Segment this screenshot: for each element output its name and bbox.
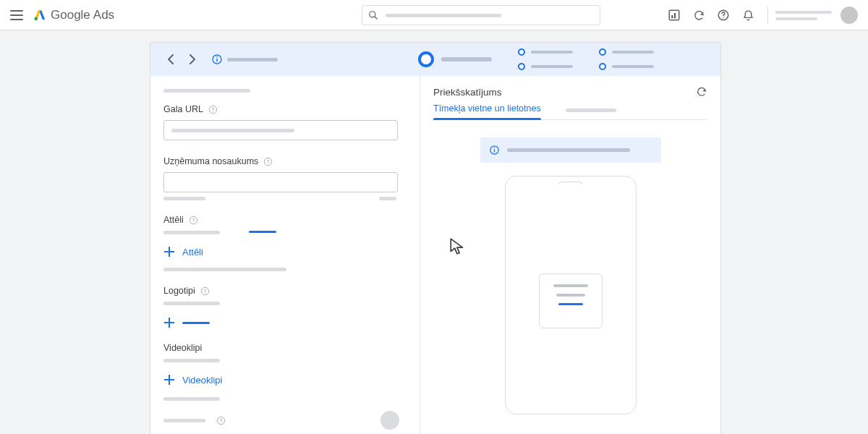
stepper-info <box>211 54 278 65</box>
step-2a[interactable] <box>518 48 573 56</box>
help-icon[interactable]: ? <box>216 416 226 425</box>
add-logos-label <box>182 322 210 324</box>
add-logos-button[interactable] <box>163 317 407 328</box>
help-icon[interactable] <box>711 9 736 22</box>
help-icon[interactable]: ? <box>208 105 218 114</box>
form-heading <box>163 89 250 93</box>
videos-label: Videoklipi <box>163 343 202 353</box>
brand-ads: Ads <box>93 8 114 22</box>
final-url-input[interactable] <box>163 120 398 140</box>
account-label <box>775 11 832 20</box>
top-bar: Google Ads <box>0 0 868 30</box>
misc-line-1 <box>163 397 220 401</box>
info-icon <box>489 145 500 156</box>
forward-button[interactable] <box>185 54 200 64</box>
tab-placeholder[interactable] <box>566 109 616 112</box>
svg-text:?: ? <box>211 107 214 113</box>
add-images-button[interactable]: Attēli <box>163 246 407 258</box>
svg-text:?: ? <box>267 159 270 165</box>
svg-point-7 <box>723 17 724 19</box>
images-note <box>163 268 286 271</box>
svg-line-2 <box>375 17 378 20</box>
search-icon <box>368 10 378 20</box>
svg-point-0 <box>34 17 38 20</box>
svg-text:?: ? <box>220 418 223 424</box>
info-icon <box>211 54 223 65</box>
final-url-label: Gala URL <box>163 104 203 114</box>
plus-icon <box>163 246 175 258</box>
avatar[interactable] <box>841 7 858 24</box>
svg-rect-4 <box>671 15 673 19</box>
search-placeholder <box>386 14 501 17</box>
help-icon[interactable]: ? <box>200 286 210 296</box>
business-name-input[interactable] <box>163 172 398 192</box>
brand-google: Google <box>51 8 90 22</box>
help-icon[interactable]: ? <box>263 157 273 166</box>
phone-speaker <box>559 182 582 184</box>
svg-text:?: ? <box>203 289 206 294</box>
reports-icon[interactable] <box>662 9 686 22</box>
menu-icon[interactable] <box>10 10 23 20</box>
plus-icon <box>163 374 175 386</box>
business-name-label: Uzņēmuma nosaukums <box>163 156 258 166</box>
notifications-icon[interactable] <box>736 9 760 22</box>
plus-icon <box>163 317 175 328</box>
svg-text:?: ? <box>192 218 195 224</box>
add-images-label: Attēli <box>182 247 203 258</box>
step-current[interactable] <box>418 51 492 67</box>
svg-rect-5 <box>674 13 676 19</box>
step-3b[interactable] <box>599 63 654 70</box>
refresh-icon[interactable] <box>686 9 711 22</box>
phone-preview <box>505 176 637 414</box>
logos-helper <box>163 302 220 305</box>
stepper <box>150 43 720 76</box>
step-2b[interactable] <box>518 63 573 70</box>
logos-label: Logotipi <box>163 286 195 296</box>
svg-rect-26 <box>493 148 494 148</box>
videos-helper <box>163 359 220 362</box>
help-icon[interactable]: ? <box>189 216 198 225</box>
ad-preview-card <box>539 273 603 328</box>
tab-websites-apps[interactable]: Tīmekļa vietne un lietotnes <box>433 103 541 119</box>
preview-refresh-button[interactable] <box>696 86 707 98</box>
images-helper <box>163 231 407 234</box>
field-helper <box>163 197 396 200</box>
add-videos-button[interactable]: Videoklipi <box>163 374 407 386</box>
ads-logo-icon <box>33 9 46 22</box>
search-input[interactable] <box>362 5 600 25</box>
form-pane: Gala URL ? Uzņēmuma nosaukums ? Attēli ? <box>150 76 420 434</box>
top-actions <box>662 0 858 30</box>
svg-rect-25 <box>493 149 494 152</box>
back-button[interactable] <box>163 54 178 64</box>
brand: Google Ads <box>33 8 114 22</box>
step-3a[interactable] <box>599 48 654 56</box>
floating-action[interactable] <box>380 411 399 430</box>
svg-rect-10 <box>216 56 217 57</box>
steps <box>418 43 654 76</box>
preview-tabs: Tīmekļa vietne un lietotnes <box>433 103 707 120</box>
svg-rect-9 <box>216 59 217 62</box>
images-label: Attēli <box>163 215 184 225</box>
separator <box>767 7 768 24</box>
preview-pane: Priekšskatījums Tīmekļa vietne un lietot… <box>420 76 720 434</box>
workspace: Gala URL ? Uzņēmuma nosaukums ? Attēli ? <box>150 42 721 434</box>
preview-title: Priekšskatījums <box>433 87 502 98</box>
preview-info-banner <box>480 137 661 163</box>
add-videos-label: Videoklipi <box>182 375 222 386</box>
